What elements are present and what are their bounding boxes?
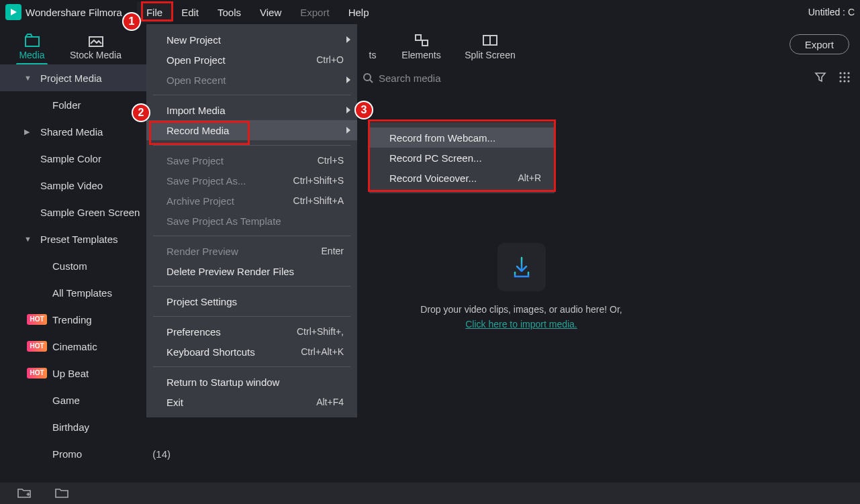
menu-separator: [153, 95, 350, 95]
svg-point-11: [839, 76, 841, 78]
sidebar-item-label: Cinematic: [52, 341, 97, 352]
filter-icon[interactable]: [814, 71, 826, 85]
hot-badge: HOT: [27, 341, 47, 352]
folder-icon[interactable]: [55, 487, 68, 500]
sidebar-item-label: Sample Color: [40, 153, 101, 164]
sidebar-item-label: Shared Media: [40, 126, 103, 138]
menu-open-recent[interactable]: Open Recent: [146, 70, 357, 90]
media-icon: [24, 33, 40, 48]
svg-point-10: [847, 72, 849, 74]
submenu-arrow-icon: [346, 36, 350, 43]
sidebar-item-promo[interactable]: Promo (14): [0, 440, 183, 467]
module-row: Media Stock Media ts Elements Split Scre…: [0, 24, 860, 64]
svg-rect-3: [422, 40, 428, 46]
chevron-down-icon: ▼: [24, 74, 32, 82]
split-screen-icon: [482, 33, 498, 48]
document-title: Untitled : C: [808, 7, 855, 17]
svg-point-14: [839, 80, 841, 82]
menu-record-media[interactable]: Record Media: [146, 120, 357, 140]
sidebar-item-count: (14): [152, 448, 171, 460]
sidebar-item-label: Birthday: [52, 421, 89, 433]
sidebar-item-label: Up Beat: [52, 368, 89, 379]
sidebar-item-label: Promo: [52, 448, 82, 460]
titlebar: Wondershare Filmora File Edit Tools View…: [0, 0, 860, 24]
menu-import-media[interactable]: Import Media: [146, 100, 357, 120]
new-folder-icon[interactable]: [17, 487, 31, 500]
menu-separator: [153, 366, 350, 367]
tab-stock-label: Stock Media: [70, 50, 122, 60]
app-logo: [5, 4, 21, 20]
sidebar-item-label: Sample Green Screen: [40, 207, 140, 218]
tab-stock-media[interactable]: Stock Media: [64, 33, 128, 64]
menu-new-project[interactable]: New Project: [146, 30, 357, 50]
sidebar-item-birthday[interactable]: Birthday: [0, 413, 183, 440]
svg-line-7: [370, 80, 373, 83]
tab-media[interactable]: Media: [0, 33, 64, 64]
menu-separator: [153, 316, 350, 317]
menu-project-settings[interactable]: Project Settings: [146, 291, 357, 311]
svg-point-9: [843, 72, 845, 74]
tab-elements-label: Elements: [401, 50, 440, 60]
menu-save-project-as[interactable]: Save Project As...Ctrl+Shift+S: [146, 170, 357, 191]
tab-split-screen[interactable]: Split Screen: [453, 33, 527, 64]
svg-rect-2: [416, 35, 421, 40]
search-box[interactable]: [356, 68, 806, 88]
chevron-right-icon: ▶: [24, 128, 30, 136]
menu-tools[interactable]: Tools: [208, 2, 250, 23]
menu-record-screen[interactable]: Record PC Screen...: [369, 148, 555, 168]
svg-point-13: [847, 76, 849, 78]
menu-export[interactable]: Export: [291, 2, 338, 23]
menu-save-project[interactable]: Save ProjectCtrl+S: [146, 150, 357, 170]
import-media-link[interactable]: Click here to import media.: [465, 319, 577, 330]
menu-open-project[interactable]: Open ProjectCtrl+O: [146, 50, 357, 70]
submenu-arrow-icon: [346, 107, 350, 113]
grid-view-icon[interactable]: [839, 71, 851, 85]
sidebar-item-label: Custom: [52, 260, 87, 272]
menu-delete-preview[interactable]: Delete Preview Render Files: [146, 261, 357, 281]
search-input[interactable]: [379, 72, 800, 84]
submenu-arrow-icon: [346, 77, 350, 83]
menu-separator: [153, 286, 350, 287]
menu-view[interactable]: View: [250, 2, 291, 23]
submenu-arrow-icon: [346, 127, 350, 134]
menu-help[interactable]: Help: [339, 2, 379, 23]
record-media-submenu: Record from Webcam... Record PC Screen..…: [369, 122, 555, 193]
menu-separator: [153, 145, 350, 146]
menu-save-as-template[interactable]: Save Project As Template: [146, 211, 357, 231]
menu-record-voiceover[interactable]: Record Voiceover...Alt+R: [369, 168, 555, 188]
menu-render-preview[interactable]: Render PreviewEnter: [146, 241, 357, 261]
menu-file[interactable]: File: [137, 2, 172, 23]
menu-exit[interactable]: ExitAlt+F4: [146, 392, 357, 412]
export-button[interactable]: Export: [790, 34, 849, 54]
menu-edit[interactable]: Edit: [172, 2, 208, 23]
sidebar-item-label: Folder: [52, 99, 81, 111]
app-name: Wondershare Filmora: [26, 7, 122, 18]
bottom-bar: [0, 483, 860, 504]
menu-separator: [153, 236, 350, 236]
tab-effects-label: ts: [369, 50, 377, 60]
menu-keyboard-shortcuts[interactable]: Keyboard ShortcutsCtrl+Alt+K: [146, 342, 357, 362]
menubar: File Edit Tools View Export Help: [137, 0, 379, 24]
menu-return-startup[interactable]: Return to Startup window: [146, 372, 357, 392]
tab-elements[interactable]: Elements: [389, 33, 453, 64]
svg-point-6: [364, 74, 371, 81]
search-icon: [363, 72, 373, 83]
sidebar-item-label: Game: [52, 395, 80, 406]
elements-icon: [414, 33, 430, 48]
tab-effects-partial[interactable]: ts: [356, 50, 389, 64]
sidebar-item-label: Sample Video: [40, 180, 103, 191]
svg-marker-0: [11, 9, 17, 15]
menu-archive-project[interactable]: Archive ProjectCtrl+Shift+A: [146, 191, 357, 211]
import-icon: [497, 243, 546, 291]
menu-record-webcam[interactable]: Record from Webcam...: [369, 128, 555, 148]
sidebar-item-label: Trending: [52, 314, 92, 325]
svg-point-12: [843, 76, 845, 78]
tab-split-label: Split Screen: [465, 50, 515, 60]
svg-point-15: [843, 80, 845, 82]
menu-preferences[interactable]: PreferencesCtrl+Shift+,: [146, 321, 357, 342]
sidebar-item-label: Project Media: [40, 72, 102, 84]
sidebar-item-label: All Templates: [52, 287, 112, 299]
svg-point-16: [847, 80, 849, 82]
hot-badge: HOT: [27, 368, 47, 379]
svg-point-8: [839, 72, 841, 74]
